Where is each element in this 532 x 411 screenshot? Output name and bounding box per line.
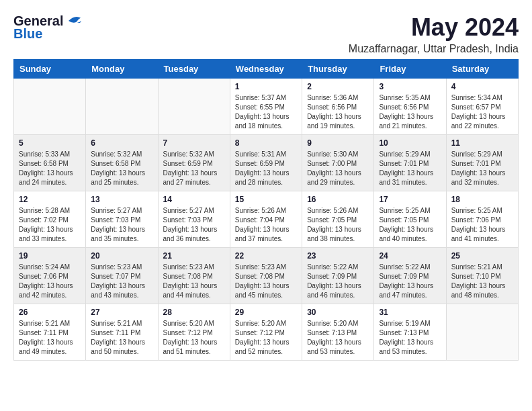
- calendar-cell: 16Sunrise: 5:26 AM Sunset: 7:05 PM Dayli…: [302, 191, 374, 248]
- calendar-cell: 8Sunrise: 5:31 AM Sunset: 6:59 PM Daylig…: [230, 135, 302, 191]
- day-number: 26: [19, 308, 81, 317]
- calendar-cell: 15Sunrise: 5:26 AM Sunset: 7:04 PM Dayli…: [230, 191, 302, 248]
- calendar-cell: [158, 79, 230, 135]
- calendar-cell: 11Sunrise: 5:29 AM Sunset: 7:01 PM Dayli…: [446, 135, 518, 191]
- day-number: 5: [19, 138, 81, 148]
- day-info: Sunrise: 5:33 AM Sunset: 6:58 PM Dayligh…: [19, 150, 81, 187]
- day-number: 23: [307, 251, 369, 261]
- calendar-week-row: 12Sunrise: 5:28 AM Sunset: 7:02 PM Dayli…: [14, 191, 519, 248]
- calendar-cell: 1Sunrise: 5:37 AM Sunset: 6:55 PM Daylig…: [230, 79, 302, 135]
- day-info: Sunrise: 5:25 AM Sunset: 7:05 PM Dayligh…: [379, 206, 441, 244]
- calendar-cell: 30Sunrise: 5:20 AM Sunset: 7:13 PM Dayli…: [302, 304, 374, 361]
- day-number: 14: [163, 195, 225, 204]
- day-number: 30: [307, 308, 369, 317]
- calendar-cell: 6Sunrise: 5:32 AM Sunset: 6:58 PM Daylig…: [86, 135, 158, 191]
- calendar-table: SundayMondayTuesdayWednesdayThursdayFrid…: [13, 59, 519, 361]
- day-number: 8: [235, 138, 297, 148]
- weekday-header-sunday: Sunday: [14, 60, 86, 79]
- day-number: 17: [379, 195, 441, 204]
- weekday-header-tuesday: Tuesday: [158, 60, 230, 79]
- day-info: Sunrise: 5:34 AM Sunset: 6:57 PM Dayligh…: [451, 93, 513, 131]
- day-info: Sunrise: 5:26 AM Sunset: 7:05 PM Dayligh…: [307, 206, 369, 244]
- day-info: Sunrise: 5:22 AM Sunset: 7:09 PM Dayligh…: [307, 263, 369, 300]
- day-info: Sunrise: 5:20 AM Sunset: 7:12 PM Dayligh…: [235, 319, 297, 357]
- day-info: Sunrise: 5:36 AM Sunset: 6:56 PM Dayligh…: [307, 93, 369, 131]
- calendar-cell: 14Sunrise: 5:27 AM Sunset: 7:03 PM Dayli…: [158, 191, 230, 248]
- calendar-cell: 4Sunrise: 5:34 AM Sunset: 6:57 PM Daylig…: [446, 79, 518, 135]
- day-info: Sunrise: 5:22 AM Sunset: 7:09 PM Dayligh…: [379, 263, 441, 300]
- day-number: 19: [19, 251, 81, 261]
- day-info: Sunrise: 5:28 AM Sunset: 7:02 PM Dayligh…: [19, 206, 81, 244]
- day-info: Sunrise: 5:23 AM Sunset: 7:07 PM Dayligh…: [91, 263, 152, 300]
- calendar-cell: 20Sunrise: 5:23 AM Sunset: 7:07 PM Dayli…: [86, 248, 158, 304]
- day-number: 16: [307, 195, 369, 204]
- day-info: Sunrise: 5:19 AM Sunset: 7:13 PM Dayligh…: [379, 319, 441, 357]
- day-info: Sunrise: 5:37 AM Sunset: 6:55 PM Dayligh…: [235, 93, 297, 131]
- calendar-week-row: 19Sunrise: 5:24 AM Sunset: 7:06 PM Dayli…: [14, 248, 519, 304]
- calendar-title: May 2024: [349, 13, 519, 42]
- calendar-week-row: 1Sunrise: 5:37 AM Sunset: 6:55 PM Daylig…: [14, 79, 519, 135]
- calendar-cell: [14, 79, 86, 135]
- day-number: 1: [235, 82, 297, 91]
- calendar-week-row: 26Sunrise: 5:21 AM Sunset: 7:11 PM Dayli…: [14, 304, 519, 361]
- day-number: 22: [235, 251, 297, 261]
- logo: General Blue: [13, 13, 84, 42]
- calendar-cell: 19Sunrise: 5:24 AM Sunset: 7:06 PM Dayli…: [14, 248, 86, 304]
- calendar-subtitle: Muzaffarnagar, Uttar Pradesh, India: [349, 43, 519, 55]
- day-number: 28: [163, 308, 225, 317]
- day-info: Sunrise: 5:26 AM Sunset: 7:04 PM Dayligh…: [235, 206, 297, 244]
- day-info: Sunrise: 5:23 AM Sunset: 7:08 PM Dayligh…: [163, 263, 225, 300]
- day-info: Sunrise: 5:20 AM Sunset: 7:12 PM Dayligh…: [163, 319, 225, 357]
- calendar-cell: [86, 79, 158, 135]
- day-info: Sunrise: 5:27 AM Sunset: 7:03 PM Dayligh…: [91, 206, 152, 244]
- day-info: Sunrise: 5:20 AM Sunset: 7:13 PM Dayligh…: [307, 319, 369, 357]
- calendar-cell: 7Sunrise: 5:32 AM Sunset: 6:59 PM Daylig…: [158, 135, 230, 191]
- day-number: 25: [451, 251, 513, 261]
- weekday-header-monday: Monday: [86, 60, 158, 79]
- calendar-week-row: 5Sunrise: 5:33 AM Sunset: 6:58 PM Daylig…: [14, 135, 519, 191]
- day-info: Sunrise: 5:25 AM Sunset: 7:06 PM Dayligh…: [451, 206, 513, 244]
- day-number: 29: [235, 308, 297, 317]
- day-info: Sunrise: 5:27 AM Sunset: 7:03 PM Dayligh…: [163, 206, 225, 244]
- day-number: 3: [379, 82, 441, 91]
- weekday-header-saturday: Saturday: [446, 60, 518, 79]
- calendar-cell: 29Sunrise: 5:20 AM Sunset: 7:12 PM Dayli…: [230, 304, 302, 361]
- day-info: Sunrise: 5:21 AM Sunset: 7:11 PM Dayligh…: [91, 319, 152, 357]
- calendar-cell: 10Sunrise: 5:29 AM Sunset: 7:01 PM Dayli…: [374, 135, 446, 191]
- calendar-cell: 22Sunrise: 5:23 AM Sunset: 7:08 PM Dayli…: [230, 248, 302, 304]
- weekday-header-friday: Friday: [374, 60, 446, 79]
- day-number: 10: [379, 138, 441, 148]
- day-info: Sunrise: 5:32 AM Sunset: 6:59 PM Dayligh…: [163, 150, 225, 187]
- day-info: Sunrise: 5:29 AM Sunset: 7:01 PM Dayligh…: [379, 150, 441, 187]
- weekday-header-wednesday: Wednesday: [230, 60, 302, 79]
- weekday-header-row: SundayMondayTuesdayWednesdayThursdayFrid…: [14, 60, 519, 79]
- calendar-cell: 26Sunrise: 5:21 AM Sunset: 7:11 PM Dayli…: [14, 304, 86, 361]
- day-number: 4: [451, 82, 513, 91]
- day-info: Sunrise: 5:23 AM Sunset: 7:08 PM Dayligh…: [235, 263, 297, 300]
- day-number: 9: [307, 138, 369, 148]
- day-info: Sunrise: 5:30 AM Sunset: 7:00 PM Dayligh…: [307, 150, 369, 187]
- calendar-cell: 31Sunrise: 5:19 AM Sunset: 7:13 PM Dayli…: [374, 304, 446, 361]
- day-info: Sunrise: 5:31 AM Sunset: 6:59 PM Dayligh…: [235, 150, 297, 187]
- day-info: Sunrise: 5:32 AM Sunset: 6:58 PM Dayligh…: [91, 150, 152, 187]
- day-number: 6: [91, 138, 152, 148]
- day-number: 2: [307, 82, 369, 91]
- calendar-cell: 24Sunrise: 5:22 AM Sunset: 7:09 PM Dayli…: [374, 248, 446, 304]
- day-info: Sunrise: 5:29 AM Sunset: 7:01 PM Dayligh…: [451, 150, 513, 187]
- calendar-cell: 2Sunrise: 5:36 AM Sunset: 6:56 PM Daylig…: [302, 79, 374, 135]
- weekday-header-thursday: Thursday: [302, 60, 374, 79]
- day-number: 15: [235, 195, 297, 204]
- day-info: Sunrise: 5:35 AM Sunset: 6:56 PM Dayligh…: [379, 93, 441, 131]
- page-header: General Blue May 2024 Muzaffarnagar, Utt…: [13, 13, 519, 55]
- calendar-cell: 12Sunrise: 5:28 AM Sunset: 7:02 PM Dayli…: [14, 191, 86, 248]
- logo-bird-icon: [65, 15, 84, 27]
- day-number: 18: [451, 195, 513, 204]
- day-info: Sunrise: 5:24 AM Sunset: 7:06 PM Dayligh…: [19, 263, 81, 300]
- calendar-cell: 9Sunrise: 5:30 AM Sunset: 7:00 PM Daylig…: [302, 135, 374, 191]
- day-number: 13: [91, 195, 152, 204]
- day-number: 21: [163, 251, 225, 261]
- calendar-cell: 3Sunrise: 5:35 AM Sunset: 6:56 PM Daylig…: [374, 79, 446, 135]
- calendar-cell: 18Sunrise: 5:25 AM Sunset: 7:06 PM Dayli…: [446, 191, 518, 248]
- day-number: 20: [91, 251, 152, 261]
- day-number: 12: [19, 195, 81, 204]
